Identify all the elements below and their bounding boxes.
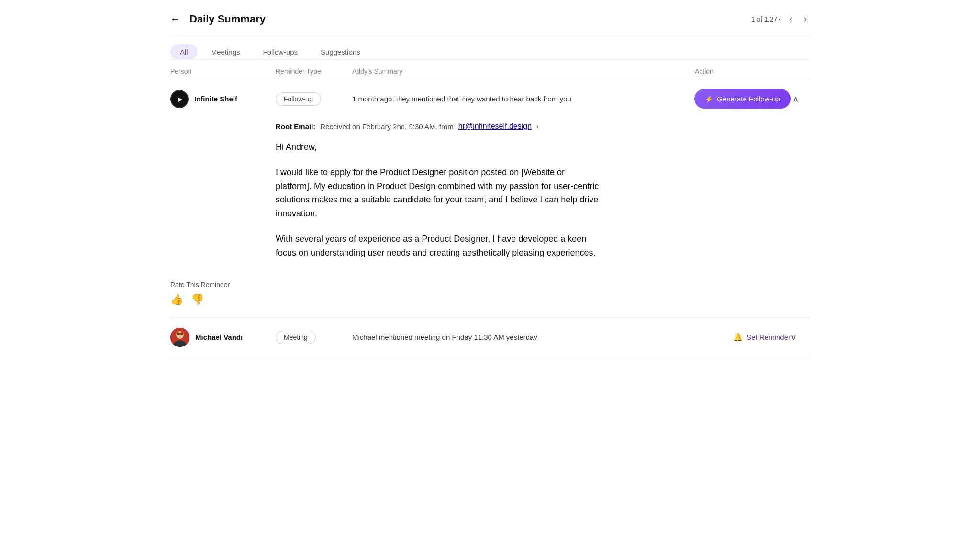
next-arrow-icon: › — [804, 14, 807, 23]
chevron-down-icon: ∨ — [791, 333, 797, 342]
action-cell: 🔔 Set Reminder — [695, 333, 791, 342]
page-counter: 1 of 1,277 — [751, 15, 781, 23]
email-paragraph-2: With several years of experience as a Pr… — [276, 232, 601, 260]
thumbs-up-button[interactable]: 👍 — [170, 293, 183, 306]
prev-button[interactable]: ‹ — [787, 13, 795, 25]
col-reminder-type: Reminder Type — [276, 67, 352, 75]
set-reminder-button[interactable]: 🔔 Set Reminder — [733, 333, 791, 342]
generate-followup-button[interactable]: ⚡ Generate Follow-up — [694, 89, 791, 109]
email-paragraph-1: I would like to apply for the Product De… — [276, 166, 601, 221]
set-reminder-label: Set Reminder — [746, 333, 791, 341]
action-cell: ⚡ Generate Follow-up — [695, 89, 791, 109]
email-link[interactable]: hr@infiniteself.design — [458, 122, 532, 131]
header: ← Daily Summary 1 of 1,277 ‹ › — [170, 0, 810, 35]
bell-icon: 🔔 — [733, 333, 743, 342]
rating-buttons: 👍 👎 — [170, 293, 810, 306]
reminder-type-cell: Follow-up — [276, 92, 352, 106]
row-main: ▶ Infinite Shelf Follow-up 1 month ago, … — [170, 80, 810, 117]
tabs-bar: All Meetings Follow-ups Suggestions — [170, 35, 810, 60]
next-button[interactable]: › — [801, 13, 810, 25]
reminder-type-cell: Meeting — [276, 331, 352, 344]
tab-all[interactable]: All — [170, 44, 198, 60]
person-name: Michael Vandi — [195, 333, 243, 341]
thumbs-up-icon: 👍 — [170, 293, 183, 305]
collapse-button[interactable]: ∧ — [791, 92, 801, 106]
person-cell: Michael Vandi — [170, 328, 276, 347]
email-chevron-right-icon[interactable]: › — [536, 123, 539, 130]
tab-meetings[interactable]: Meetings — [201, 44, 250, 60]
rating-label: Rate This Reminder — [170, 281, 810, 289]
col-summary: Addy's Summary — [352, 67, 695, 75]
avatar: ▶ — [170, 90, 189, 108]
reminder-type-badge: Follow-up — [276, 92, 321, 106]
email-body: Hi Andrew, I would like to apply for the… — [276, 140, 601, 260]
svg-rect-5 — [177, 333, 183, 335]
root-email-meta: Received on February 2nd, 9:30 AM, from — [320, 123, 453, 131]
tab-followups[interactable]: Follow-ups — [254, 44, 308, 60]
col-expand — [791, 67, 810, 75]
avatar-image — [170, 328, 189, 347]
col-person: Person — [170, 67, 276, 75]
person-name: Infinite Shelf — [194, 95, 237, 103]
person-cell: ▶ Infinite Shelf — [170, 90, 276, 108]
tab-suggestions[interactable]: Suggestions — [311, 44, 370, 60]
back-button[interactable]: ← — [170, 11, 184, 26]
page-title: Daily Summary — [189, 13, 266, 25]
chevron-up-icon: ∧ — [792, 94, 799, 104]
table-header: Person Reminder Type Addy's Summary Acti… — [170, 60, 810, 80]
collapse-cell: ∧ — [791, 92, 810, 106]
generate-btn-label: Generate Follow-up — [717, 95, 780, 103]
thumbs-down-button[interactable]: 👎 — [191, 293, 204, 306]
avatar — [170, 328, 189, 347]
play-icon: ▶ — [178, 95, 183, 103]
expand-button[interactable]: ∨ — [791, 332, 797, 343]
svg-point-1 — [176, 331, 184, 339]
summary-text: 1 month ago, they mentioned that they wa… — [352, 95, 695, 103]
col-action: Action — [695, 67, 791, 75]
row-main: Michael Vandi Meeting Michael mentioned … — [170, 318, 810, 357]
rating-section: Rate This Reminder 👍 👎 — [170, 271, 810, 318]
root-email-label: Root Email: — [276, 123, 315, 131]
expanded-content: Root Email: Received on February 2nd, 9:… — [170, 117, 810, 271]
thumbs-down-icon: 👎 — [191, 293, 204, 305]
reminder-type-badge: Meeting — [276, 331, 316, 344]
root-email-row: Root Email: Received on February 2nd, 9:… — [276, 122, 810, 131]
header-nav: 1 of 1,277 ‹ › — [751, 13, 810, 25]
summary-text: Michael mentioned meeting on Friday 11:3… — [352, 333, 695, 341]
table-row: Michael Vandi Meeting Michael mentioned … — [170, 318, 810, 357]
prev-arrow-icon: ‹ — [790, 14, 792, 23]
expand-cell: ∨ — [791, 332, 810, 343]
table-row: ▶ Infinite Shelf Follow-up 1 month ago, … — [170, 80, 810, 318]
bolt-icon: ⚡ — [705, 95, 713, 103]
email-greeting: Hi Andrew, — [276, 140, 601, 154]
back-arrow-icon: ← — [170, 13, 180, 24]
